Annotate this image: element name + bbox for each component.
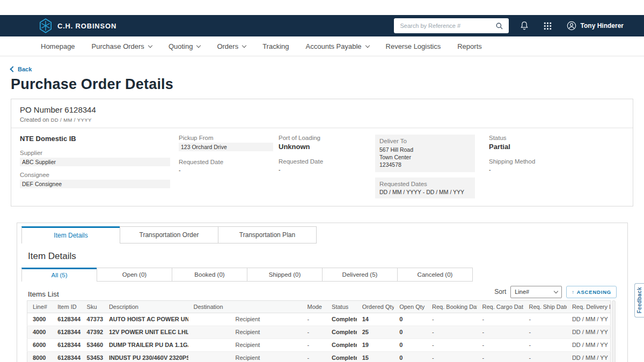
column-header-req-cargo-date: Req. Cargo Date xyxy=(477,300,524,313)
detail-tabs: Item DetailsTransportation OrderTranspor… xyxy=(17,223,627,243)
arrow-up-icon: ↑ xyxy=(572,289,575,295)
feedback-tab[interactable]: Feedback xyxy=(634,283,644,317)
nav-item-homepage[interactable]: Homepage xyxy=(41,42,75,50)
tab-label: Item Details xyxy=(54,232,87,239)
status-label: Status xyxy=(489,135,624,141)
items-table: Line#Item IDSkuDescriptionDestinationMod… xyxy=(27,300,611,362)
filter-tab-open-0[interactable]: Open (0) xyxy=(97,268,172,282)
cell-req-ship-date: - xyxy=(523,326,566,338)
chr-logo[interactable]: C.H. ROBINSON xyxy=(39,18,116,33)
nav-item-accounts-payable[interactable]: Accounts Payable xyxy=(306,42,369,50)
table-row: 3000612834447373AUTO HOIST AC POWER UNIT… xyxy=(27,313,611,326)
pickup-requested-date-value: - xyxy=(179,167,279,173)
cell-line: 8000 xyxy=(27,351,53,362)
filter-tab-booked-0[interactable]: Booked (0) xyxy=(172,268,247,282)
cell-mode: - xyxy=(302,313,326,326)
cell-mode: - xyxy=(302,326,326,338)
po-col-deliver: Deliver To 567 Hill Road Town Center 123… xyxy=(375,135,475,198)
items-table-body: 3000612834447373AUTO HOIST AC POWER UNIT… xyxy=(27,313,611,362)
nav-item-label: Purchase Orders xyxy=(92,42,144,50)
requested-dates-label: Requested Dates xyxy=(379,181,471,187)
sort-select[interactable]: Line# xyxy=(510,286,562,298)
reference-search xyxy=(394,18,509,33)
port-of-loading-value: Unknown xyxy=(279,143,375,151)
nav-item-quoting[interactable]: Quoting xyxy=(169,42,201,50)
cell-item-id: 6128344 xyxy=(52,338,81,351)
apps-grid-icon[interactable] xyxy=(540,18,556,34)
search-input[interactable] xyxy=(399,22,492,29)
chevron-down-icon xyxy=(196,43,201,47)
column-header-ordered-qty: Ordered Qty xyxy=(357,300,394,313)
cell-destination: Recipient xyxy=(188,351,302,362)
cell-mode: - xyxy=(302,338,326,351)
tab-label: Transportation Order xyxy=(140,231,199,239)
cell-req-delivery-date: DD / MM / YY xyxy=(567,351,611,362)
nav-item-reverse-logistics[interactable]: Reverse Logistics xyxy=(386,42,441,50)
cell-open-qty: 0 xyxy=(394,326,427,338)
nav-item-orders[interactable]: Orders xyxy=(217,42,246,50)
cell-open-qty: 0 xyxy=(394,338,427,351)
cell-line: 4000 xyxy=(27,326,53,338)
nav-item-label: Reverse Logistics xyxy=(386,42,441,50)
cell-destination: Recipient xyxy=(188,338,302,351)
po-col-pickup: Pickup From 123 Orchard Drive Requested … xyxy=(179,135,279,198)
nav-item-tracking[interactable]: Tracking xyxy=(262,42,289,50)
brand-name: C.H. ROBINSON xyxy=(57,22,116,30)
requested-dates-value: DD / MM / YYYY - DD / MM / YYY xyxy=(379,189,471,195)
requested-dates-block: Requested Dates DD / MM / YYYY - DD / MM… xyxy=(375,178,475,198)
filter-tab-shipped-0[interactable]: Shipped (0) xyxy=(247,268,323,282)
consignee-label: Consignee xyxy=(20,172,179,178)
filter-tab-canceled-0[interactable]: Canceled (0) xyxy=(397,268,473,282)
shipping-method-value: - xyxy=(489,166,624,173)
back-chevron-icon xyxy=(10,66,16,72)
supplier-label: Supplier xyxy=(20,150,179,156)
filter-tab-delivered-5[interactable]: Delivered (5) xyxy=(322,268,398,282)
sort-label: Sort xyxy=(494,288,506,295)
column-header-description: Description xyxy=(104,300,188,313)
tab-label: Open (0) xyxy=(122,271,147,278)
pickup-from-value: 123 Orchard Drive xyxy=(179,143,273,151)
cell-req-ship-date: - xyxy=(523,338,566,351)
cell-req-cargo-date: - xyxy=(477,338,524,351)
user-avatar-icon xyxy=(567,21,576,31)
cell-sku: 53453 xyxy=(82,351,104,362)
tab-transportation-order[interactable]: Transportation Order xyxy=(120,226,218,243)
cell-item-id: 6128344 xyxy=(52,313,81,326)
cell-sku: 47373 xyxy=(82,313,104,326)
item-details-panel: Item DetailsTransportation OrderTranspor… xyxy=(17,223,628,362)
pickup-requested-date-label: Requested Date xyxy=(179,159,279,165)
cell-ordered-qty: 15 xyxy=(357,351,394,362)
tab-label: Transportation Plan xyxy=(239,231,295,239)
ascending-button[interactable]: ↑ ASCENDING xyxy=(566,286,617,298)
column-header-req-booking-date: Req. Booking Date xyxy=(427,300,477,313)
cell-req-ship-date: - xyxy=(523,351,566,362)
items-list-heading: Items List xyxy=(28,290,59,298)
tab-item-details[interactable]: Item Details xyxy=(21,226,120,243)
filter-tab-all-5[interactable]: All (5) xyxy=(21,268,97,282)
tab-transportation-plan[interactable]: Transportation Plan xyxy=(218,226,317,243)
cell-status: Complete xyxy=(326,326,357,338)
cell-ordered-qty: 25 xyxy=(357,326,394,338)
po-col-parties: NTE Domestic IB Supplier ABC Supplier Co… xyxy=(20,135,179,198)
chevron-down-icon xyxy=(242,43,246,47)
cell-ordered-qty: 19 xyxy=(357,338,394,351)
items-table-wrap: Line#Item IDSkuDescriptionDestinationMod… xyxy=(27,300,618,362)
user-menu[interactable]: Tony Hinderer xyxy=(564,21,624,31)
search-icon[interactable] xyxy=(495,21,504,31)
back-link[interactable]: Back xyxy=(11,66,32,72)
table-row: 8000612834453453INDUST PU 230/460V 2320P… xyxy=(27,351,611,362)
nav-item-reports[interactable]: Reports xyxy=(457,42,482,50)
notifications-bell-icon[interactable] xyxy=(516,18,532,34)
created-on-value: DD / MM / YYYY xyxy=(51,117,92,123)
shipping-method-label: Shipping Method xyxy=(489,158,624,165)
main-nav: HomepagePurchase OrdersQuotingOrdersTrac… xyxy=(0,36,644,56)
top-margin xyxy=(0,0,644,15)
deliver-to-label: Deliver To xyxy=(379,138,471,144)
cell-mode: - xyxy=(302,351,326,362)
cell-destination: Recipient xyxy=(188,313,302,326)
table-scrollbar[interactable] xyxy=(612,300,616,362)
cell-description: DUMP TRAILER PU DA 1.1GAL TANK xyxy=(104,338,188,351)
cell-req-delivery-date: DD / MM / YY xyxy=(567,326,611,338)
cell-line: 3000 xyxy=(27,313,53,326)
nav-item-purchase-orders[interactable]: Purchase Orders xyxy=(92,42,152,50)
